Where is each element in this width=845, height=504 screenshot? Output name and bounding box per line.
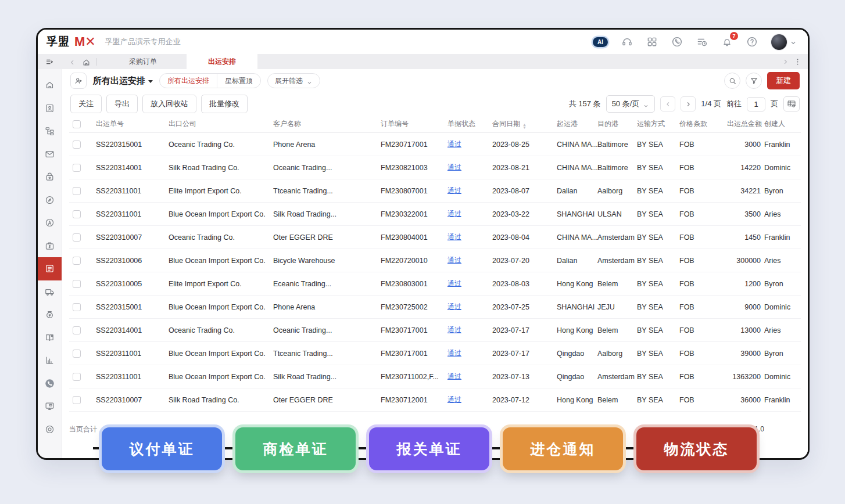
sidebar-item-ledger[interactable] (38, 326, 62, 350)
table-row[interactable]: SS220310007Oceanic Trading Co.Oter EGGER… (69, 226, 801, 249)
tab-1[interactable]: 采购订单 (99, 54, 187, 69)
user-menu[interactable] (771, 34, 797, 50)
status-link[interactable]: 通过 (447, 279, 461, 287)
ai-assistant-button[interactable]: AI (593, 37, 608, 47)
table-row[interactable]: SS220314001Oceanic Trading Co.Oceanic Tr… (69, 319, 801, 342)
view-segment-2[interactable]: 星标置顶 (217, 74, 260, 88)
row-checkbox[interactable] (73, 373, 81, 381)
table-row[interactable]: SS220311001Blue Ocean Import Export Co.S… (69, 203, 801, 226)
goto-page-input[interactable] (747, 97, 765, 111)
flow-button-2[interactable]: 商检单证 (235, 427, 356, 470)
cell-transport: BY SEA (637, 187, 679, 195)
home-tab-icon[interactable] (82, 57, 91, 66)
phone-button[interactable] (671, 36, 683, 48)
table-row[interactable]: SS220311001Blue Ocean Import Export Co.S… (69, 365, 801, 388)
sidebar-item-shipping[interactable] (38, 257, 62, 280)
table-row[interactable]: SS220311001Elite Import Export Co.Ttcean… (69, 179, 801, 203)
tab-2[interactable]: 出运安排 (187, 54, 257, 69)
prev-page-button[interactable] (660, 96, 675, 111)
toolbar-button-4[interactable]: 批量修改 (201, 95, 248, 113)
row-checkbox[interactable] (73, 326, 81, 334)
table-row[interactable]: SS220314001Silk Road Trading Co.Oceanic … (69, 156, 801, 179)
sidebar-item-reports[interactable] (38, 349, 62, 372)
bell-button[interactable]: 7 (721, 36, 733, 48)
toolbar-button-2[interactable]: 导出 (106, 95, 138, 113)
toolbar-button-1[interactable]: 关注 (70, 95, 102, 113)
table-row[interactable]: SS220315001Blue Ocean Import Export Co.P… (69, 296, 801, 319)
sidebar-item-contacts[interactable] (38, 97, 62, 120)
sidebar-item-mail[interactable] (38, 143, 62, 166)
status-link[interactable]: 通过 (447, 233, 461, 241)
status-link[interactable]: 通过 (447, 163, 461, 171)
table-row[interactable]: SS220310005Elite Import Export Co.Eceani… (69, 272, 801, 296)
sidebar-item-funds[interactable] (38, 303, 62, 326)
sidebar-item-workbench[interactable] (38, 395, 62, 418)
topbar-actions: AI 7 (593, 34, 797, 50)
row-checkbox[interactable] (73, 187, 81, 195)
status-link[interactable]: 通过 (447, 140, 461, 148)
collapse-menu-button[interactable] (38, 54, 62, 69)
cell-ship_no: SS220311001 (96, 350, 169, 358)
cell-terms: FOB (679, 233, 727, 242)
sidebar-item-settings[interactable] (38, 418, 62, 441)
table-row[interactable]: SS220310007Silk Road Trading Co.Oter EGG… (69, 388, 801, 412)
table-row[interactable]: SS220315001Oceanic Trading Co.Phone Aren… (69, 133, 801, 156)
tab-forward-icon[interactable] (781, 57, 790, 66)
chevron-down-icon (643, 101, 649, 107)
search-button[interactable] (724, 73, 740, 89)
headset-button[interactable] (621, 36, 633, 48)
table-row[interactable]: SS220310006Blue Ocean Import Export Co.B… (69, 249, 801, 272)
sidebar-item-orders[interactable] (38, 165, 62, 189)
sidebar-item-organization[interactable] (38, 120, 62, 143)
toolbar-button-3[interactable]: 放入回收站 (142, 95, 196, 113)
status-link[interactable]: 通过 (447, 186, 461, 195)
avatar[interactable] (771, 34, 787, 50)
task-list-button[interactable] (696, 36, 708, 48)
status-link[interactable]: 通过 (447, 349, 461, 357)
row-checkbox[interactable] (73, 396, 81, 404)
row-checkbox[interactable] (73, 350, 81, 358)
table-row[interactable]: SS220311001Blue Ocean Import Export Co.T… (69, 342, 801, 365)
row-checkbox[interactable] (73, 303, 81, 311)
tab-menu-dots-icon[interactable] (793, 57, 802, 66)
sidebar-item-discover[interactable] (38, 189, 62, 212)
row-checkbox[interactable] (73, 280, 81, 288)
row-checkbox[interactable] (73, 164, 81, 172)
row-checkbox[interactable] (73, 210, 81, 218)
expand-filter-button[interactable]: 展开筛选 (267, 73, 320, 88)
next-page-button[interactable] (681, 96, 696, 111)
brand-logo-mark: M✕ (74, 35, 96, 48)
help-button[interactable] (746, 36, 758, 48)
pagination: 共 157 条 50 条/页 1/4 页 前往 页 (569, 95, 800, 113)
status-link[interactable]: 通过 (447, 256, 461, 264)
filter-button[interactable] (746, 73, 762, 89)
flow-button-5[interactable]: 物流状态 (636, 427, 757, 470)
sidebar-item-logistics[interactable] (38, 280, 62, 304)
row-checkbox[interactable] (73, 141, 81, 149)
status-link[interactable]: 通过 (447, 210, 461, 218)
sidebar-item-assistant[interactable] (38, 211, 62, 235)
view-selector[interactable]: 所有出运安排 (93, 75, 153, 87)
row-checkbox[interactable] (73, 257, 81, 265)
flow-button-4[interactable]: 进仓通知 (503, 427, 623, 470)
tab-back-icon[interactable] (68, 57, 77, 66)
create-new-button[interactable]: 新建 (767, 72, 800, 89)
view-segment-1[interactable]: 所有出运安排 (160, 74, 217, 88)
flow-button-1[interactable]: 议付单证 (102, 427, 222, 470)
funnel-icon (750, 77, 758, 85)
sidebar-item-home[interactable] (38, 74, 62, 97)
status-link[interactable]: 通过 (447, 303, 461, 311)
sort-icon[interactable]: ▲▼ (522, 123, 527, 129)
status-link[interactable]: 通过 (447, 326, 461, 334)
view-owner-filter-button[interactable] (70, 73, 87, 89)
sidebar-item-finance[interactable] (38, 235, 62, 258)
column-settings-button[interactable] (783, 96, 800, 111)
flow-button-3[interactable]: 报关单证 (369, 427, 489, 470)
row-checkbox[interactable] (73, 233, 81, 242)
app-grid-button[interactable] (646, 36, 658, 48)
sidebar-item-whatsapp[interactable] (38, 372, 62, 395)
status-link[interactable]: 通过 (447, 395, 461, 404)
select-all-checkbox[interactable] (73, 120, 81, 128)
page-size-select[interactable]: 50 条/页 (606, 95, 656, 113)
status-link[interactable]: 通过 (447, 372, 461, 380)
